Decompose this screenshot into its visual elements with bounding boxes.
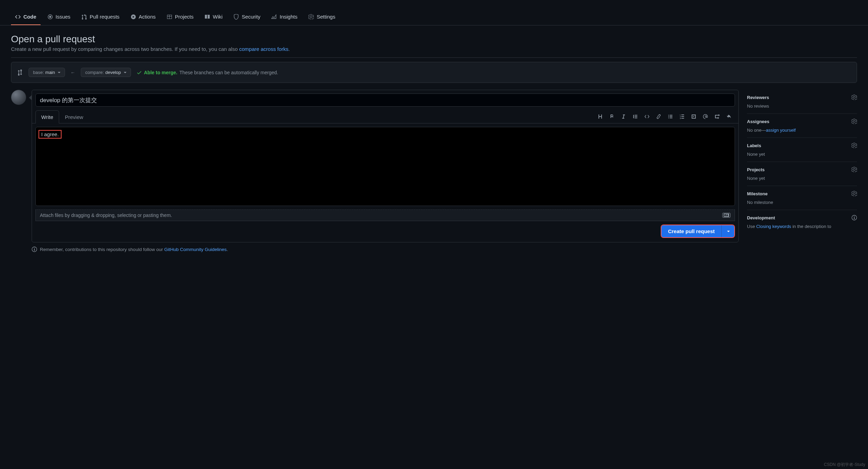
compare-branch-button[interactable]: compare: develop — [81, 68, 131, 77]
gear-icon[interactable] — [851, 191, 857, 196]
list-unordered-icon[interactable] — [668, 114, 673, 119]
cross-reference-icon[interactable] — [714, 114, 720, 119]
tab-security[interactable]: Security — [229, 10, 264, 25]
book-icon — [205, 14, 210, 20]
tab-wiki[interactable]: Wiki — [200, 10, 227, 25]
actions-row: Create pull request — [32, 225, 738, 242]
footer-pre: Remember, contributions to this reposito… — [40, 247, 164, 252]
attach-hint: Attach files by dragging & dropping, sel… — [40, 212, 172, 218]
editor-body: I agree. — [32, 123, 738, 209]
tab-insights-label: Insights — [279, 14, 297, 20]
tab-insights[interactable]: Insights — [267, 10, 301, 25]
pr-title-input[interactable] — [35, 94, 735, 107]
mention-icon[interactable] — [703, 114, 708, 119]
attach-row[interactable]: Attach files by dragging & dropping, sel… — [35, 209, 735, 221]
tab-settings[interactable]: Settings — [304, 10, 339, 25]
tab-write[interactable]: Write — [35, 110, 59, 123]
dev-pre: Use — [747, 224, 756, 229]
assignees-pre: No one— — [747, 128, 766, 133]
quote-icon[interactable] — [633, 114, 638, 119]
gear-icon[interactable] — [851, 119, 857, 124]
gear-icon — [308, 14, 314, 20]
arrow-left-icon: ← — [70, 70, 75, 75]
editor-toolbar — [597, 114, 735, 119]
bold-icon[interactable] — [609, 114, 615, 119]
projects-title: Projects — [747, 167, 765, 172]
projects-value: None yet — [747, 176, 857, 181]
footer-post: . — [227, 247, 228, 252]
italic-icon[interactable] — [621, 114, 626, 119]
tab-pull-requests[interactable]: Pull requests — [77, 10, 124, 25]
caret-icon — [727, 231, 730, 232]
gear-icon[interactable] — [851, 143, 857, 148]
list-ordered-icon[interactable] — [679, 114, 685, 119]
caret-icon — [58, 72, 61, 73]
tab-actions[interactable]: Actions — [127, 10, 160, 25]
info-icon — [32, 247, 37, 252]
git-compare-icon — [17, 69, 23, 76]
sidebar: Reviewers No reviews Assignees No one—as… — [747, 90, 857, 234]
milestone-value: No milestone — [747, 200, 857, 205]
guidelines-link[interactable]: GitHub Community Guidelines — [164, 247, 227, 252]
merge-detail-text: These branches can be automatically merg… — [179, 70, 278, 75]
code-icon[interactable] — [644, 114, 650, 119]
assignees-title: Assignees — [747, 119, 769, 124]
sidebar-milestone: Milestone No milestone — [747, 186, 857, 210]
compare-banner: base: main ← compare: develop Able to me… — [11, 62, 857, 83]
create-pr-dropdown[interactable] — [721, 225, 734, 237]
caret-icon — [124, 72, 127, 73]
create-pr-button-group: Create pull request — [661, 225, 735, 238]
page-subtitle: Create a new pull request by comparing c… — [11, 46, 857, 58]
compare-branch-name: develop — [105, 70, 121, 75]
subtitle-pre: Create a new pull request by comparing c… — [11, 46, 239, 52]
avatar[interactable] — [11, 90, 26, 105]
subtitle-post: . — [288, 46, 290, 52]
compare-forks-link[interactable]: compare across forks — [239, 46, 288, 52]
tab-pr-label: Pull requests — [90, 14, 120, 20]
page-title: Open a pull request — [11, 34, 857, 45]
compare-label: compare: — [85, 70, 104, 75]
git-pull-request-icon — [81, 14, 87, 20]
heading-icon[interactable] — [597, 114, 603, 119]
repo-nav: Code Issues Pull requests Actions Projec… — [0, 10, 868, 25]
merge-able-text: Able to merge. — [144, 70, 177, 75]
table-icon — [167, 14, 172, 20]
reply-icon[interactable] — [726, 114, 732, 119]
tab-projects-label: Projects — [175, 14, 194, 20]
development-title: Development — [747, 215, 775, 220]
tasklist-icon[interactable] — [691, 114, 696, 119]
labels-value: None yet — [747, 152, 857, 157]
assign-yourself-link[interactable]: assign yourself — [766, 128, 796, 133]
milestone-title: Milestone — [747, 191, 768, 196]
dev-post: in the description to — [791, 224, 831, 229]
tab-security-label: Security — [242, 14, 260, 20]
shield-icon — [233, 14, 239, 20]
issue-icon — [47, 14, 53, 20]
tab-settings-label: Settings — [317, 14, 335, 20]
footer-note: Remember, contributions to this reposito… — [11, 242, 857, 252]
pr-form: Write Preview — [32, 90, 739, 242]
tab-code[interactable]: Code — [11, 10, 41, 25]
development-value: Use Closing keywords in the description … — [747, 224, 857, 229]
reviewers-title: Reviewers — [747, 95, 769, 100]
create-pr-button[interactable]: Create pull request — [661, 225, 721, 237]
gear-icon[interactable] — [851, 167, 857, 172]
tab-issues[interactable]: Issues — [43, 10, 75, 25]
pr-body-text[interactable]: I agree. — [39, 130, 62, 139]
gear-icon[interactable] — [851, 95, 857, 100]
markdown-badge[interactable] — [722, 213, 730, 218]
link-icon[interactable] — [656, 114, 661, 119]
tab-projects[interactable]: Projects — [163, 10, 198, 25]
sidebar-development: Development Use Closing keywords in the … — [747, 210, 857, 234]
check-icon — [136, 70, 142, 75]
tab-actions-label: Actions — [139, 14, 156, 20]
info-icon[interactable] — [851, 215, 857, 220]
sidebar-labels: Labels None yet — [747, 138, 857, 162]
sidebar-assignees: Assignees No one—assign yourself — [747, 114, 857, 138]
closing-keywords-link[interactable]: Closing keywords — [756, 224, 791, 229]
code-icon — [15, 14, 21, 20]
base-branch-button[interactable]: base: main — [29, 68, 65, 77]
tab-preview[interactable]: Preview — [59, 110, 89, 123]
base-branch-name: main — [45, 70, 55, 75]
assignees-value: No one—assign yourself — [747, 128, 857, 133]
